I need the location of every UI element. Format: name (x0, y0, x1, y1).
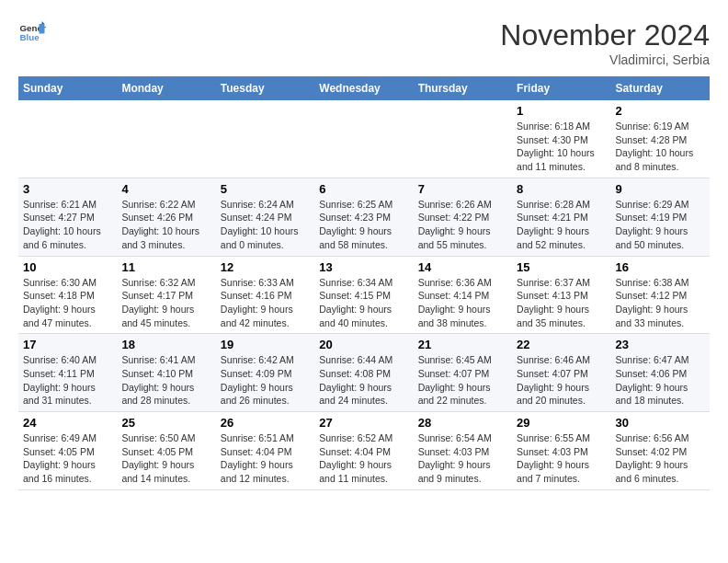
day-info: Sunrise: 6:29 AMSunset: 4:19 PMDaylight:… (616, 198, 705, 252)
calendar-cell: 21Sunrise: 6:45 AMSunset: 4:07 PMDayligh… (414, 334, 512, 412)
calendar-week-row: 24Sunrise: 6:49 AMSunset: 4:05 PMDayligh… (18, 412, 710, 490)
weekday-header-thursday: Thursday (414, 76, 512, 100)
calendar-header: SundayMondayTuesdayWednesdayThursdayFrid… (18, 76, 710, 100)
calendar-cell: 26Sunrise: 6:51 AMSunset: 4:04 PMDayligh… (216, 412, 314, 490)
day-info: Sunrise: 6:21 AMSunset: 4:27 PMDaylight:… (23, 198, 112, 252)
day-info: Sunrise: 6:38 AMSunset: 4:12 PMDaylight:… (616, 276, 705, 330)
day-info: Sunrise: 6:52 AMSunset: 4:04 PMDaylight:… (319, 431, 408, 486)
day-number: 6 (319, 182, 408, 196)
day-info: Sunrise: 6:54 AMSunset: 4:03 PMDaylight:… (418, 431, 507, 486)
calendar-cell: 1Sunrise: 6:18 AMSunset: 4:30 PMDaylight… (512, 100, 610, 178)
calendar-cell: 9Sunrise: 6:29 AMSunset: 4:19 PMDaylight… (611, 178, 710, 256)
calendar-cell: 23Sunrise: 6:47 AMSunset: 4:06 PMDayligh… (611, 334, 710, 412)
calendar-cell (414, 100, 512, 178)
calendar-cell: 16Sunrise: 6:38 AMSunset: 4:12 PMDayligh… (611, 256, 710, 334)
day-number: 30 (616, 416, 705, 430)
day-number: 10 (23, 260, 112, 274)
day-info: Sunrise: 6:34 AMSunset: 4:15 PMDaylight:… (319, 276, 408, 330)
day-info: Sunrise: 6:51 AMSunset: 4:04 PMDaylight:… (221, 431, 310, 486)
day-info: Sunrise: 6:42 AMSunset: 4:09 PMDaylight:… (221, 353, 310, 408)
day-number: 22 (517, 338, 606, 351)
calendar-cell: 4Sunrise: 6:22 AMSunset: 4:26 PMDaylight… (117, 178, 215, 256)
calendar-cell: 24Sunrise: 6:49 AMSunset: 4:05 PMDayligh… (18, 412, 117, 490)
day-info: Sunrise: 6:55 AMSunset: 4:03 PMDaylight:… (517, 431, 606, 486)
weekday-header-sunday: Sunday (18, 76, 117, 100)
day-info: Sunrise: 6:32 AMSunset: 4:17 PMDaylight:… (121, 276, 210, 330)
day-number: 2 (616, 104, 705, 118)
logo: General Blue (18, 18, 46, 46)
day-number: 28 (418, 416, 507, 430)
calendar-cell (216, 100, 314, 178)
calendar-cell: 14Sunrise: 6:36 AMSunset: 4:14 PMDayligh… (414, 256, 512, 334)
calendar-cell: 20Sunrise: 6:44 AMSunset: 4:08 PMDayligh… (314, 334, 413, 412)
day-info: Sunrise: 6:26 AMSunset: 4:22 PMDaylight:… (418, 198, 507, 252)
calendar-cell: 19Sunrise: 6:42 AMSunset: 4:09 PMDayligh… (216, 334, 314, 412)
calendar-week-row: 1Sunrise: 6:18 AMSunset: 4:30 PMDaylight… (18, 100, 710, 178)
calendar-cell: 8Sunrise: 6:28 AMSunset: 4:21 PMDaylight… (512, 178, 610, 256)
calendar-week-row: 17Sunrise: 6:40 AMSunset: 4:11 PMDayligh… (18, 334, 710, 412)
day-number: 9 (616, 182, 705, 196)
calendar-body: 1Sunrise: 6:18 AMSunset: 4:30 PMDaylight… (18, 100, 710, 489)
day-number: 16 (616, 260, 705, 274)
day-info: Sunrise: 6:56 AMSunset: 4:02 PMDaylight:… (616, 431, 705, 486)
day-number: 7 (418, 182, 507, 196)
calendar-cell: 15Sunrise: 6:37 AMSunset: 4:13 PMDayligh… (512, 256, 610, 334)
title-block: November 2024 Vladimirci, Serbia (500, 18, 710, 67)
day-info: Sunrise: 6:46 AMSunset: 4:07 PMDaylight:… (517, 353, 606, 408)
svg-marker-2 (40, 24, 45, 34)
day-info: Sunrise: 6:45 AMSunset: 4:07 PMDaylight:… (418, 353, 507, 408)
day-number: 25 (121, 416, 210, 430)
weekday-header-monday: Monday (117, 76, 215, 100)
calendar-cell: 2Sunrise: 6:19 AMSunset: 4:28 PMDaylight… (611, 100, 710, 178)
day-number: 26 (221, 416, 310, 430)
calendar-cell: 5Sunrise: 6:24 AMSunset: 4:24 PMDaylight… (216, 178, 314, 256)
calendar-cell: 3Sunrise: 6:21 AMSunset: 4:27 PMDaylight… (18, 178, 117, 256)
calendar-week-row: 3Sunrise: 6:21 AMSunset: 4:27 PMDaylight… (18, 178, 710, 256)
day-info: Sunrise: 6:41 AMSunset: 4:10 PMDaylight:… (121, 353, 210, 408)
day-number: 1 (517, 104, 606, 118)
day-info: Sunrise: 6:36 AMSunset: 4:14 PMDaylight:… (418, 276, 507, 330)
calendar-cell (18, 100, 117, 178)
day-number: 27 (319, 416, 408, 430)
day-number: 23 (616, 338, 705, 351)
day-number: 24 (23, 416, 112, 430)
day-number: 18 (121, 338, 210, 351)
calendar-table: SundayMondayTuesdayWednesdayThursdayFrid… (18, 76, 710, 490)
day-number: 12 (221, 260, 310, 274)
day-info: Sunrise: 6:24 AMSunset: 4:24 PMDaylight:… (221, 198, 310, 252)
day-number: 11 (121, 260, 210, 274)
day-number: 5 (221, 182, 310, 196)
day-number: 13 (319, 260, 408, 274)
logo-icon: General Blue (18, 18, 46, 46)
calendar-cell: 22Sunrise: 6:46 AMSunset: 4:07 PMDayligh… (512, 334, 610, 412)
day-info: Sunrise: 6:49 AMSunset: 4:05 PMDaylight:… (23, 431, 112, 486)
day-info: Sunrise: 6:30 AMSunset: 4:18 PMDaylight:… (23, 276, 112, 330)
day-number: 19 (221, 338, 310, 351)
day-number: 20 (319, 338, 408, 351)
day-number: 21 (418, 338, 507, 351)
month-title: November 2024 (500, 18, 710, 52)
calendar-cell: 29Sunrise: 6:55 AMSunset: 4:03 PMDayligh… (512, 412, 610, 490)
day-number: 14 (418, 260, 507, 274)
calendar-cell: 10Sunrise: 6:30 AMSunset: 4:18 PMDayligh… (18, 256, 117, 334)
calendar-cell (117, 100, 215, 178)
calendar-cell: 11Sunrise: 6:32 AMSunset: 4:17 PMDayligh… (117, 256, 215, 334)
weekday-header-friday: Friday (512, 76, 610, 100)
day-number: 15 (517, 260, 606, 274)
day-info: Sunrise: 6:37 AMSunset: 4:13 PMDaylight:… (517, 276, 606, 330)
calendar-cell: 7Sunrise: 6:26 AMSunset: 4:22 PMDaylight… (414, 178, 512, 256)
day-number: 29 (517, 416, 606, 430)
calendar-cell: 13Sunrise: 6:34 AMSunset: 4:15 PMDayligh… (314, 256, 413, 334)
day-number: 8 (517, 182, 606, 196)
calendar-cell: 25Sunrise: 6:50 AMSunset: 4:05 PMDayligh… (117, 412, 215, 490)
weekday-header-row: SundayMondayTuesdayWednesdayThursdayFrid… (18, 76, 710, 100)
day-info: Sunrise: 6:50 AMSunset: 4:05 PMDaylight:… (121, 431, 210, 486)
calendar-week-row: 10Sunrise: 6:30 AMSunset: 4:18 PMDayligh… (18, 256, 710, 334)
page-header: General Blue November 2024 Vladimirci, S… (18, 18, 710, 67)
day-info: Sunrise: 6:18 AMSunset: 4:30 PMDaylight:… (517, 120, 606, 174)
calendar-cell: 6Sunrise: 6:25 AMSunset: 4:23 PMDaylight… (314, 178, 413, 256)
calendar-cell: 17Sunrise: 6:40 AMSunset: 4:11 PMDayligh… (18, 334, 117, 412)
weekday-header-saturday: Saturday (611, 76, 710, 100)
calendar-cell (314, 100, 413, 178)
day-info: Sunrise: 6:25 AMSunset: 4:23 PMDaylight:… (319, 198, 408, 252)
